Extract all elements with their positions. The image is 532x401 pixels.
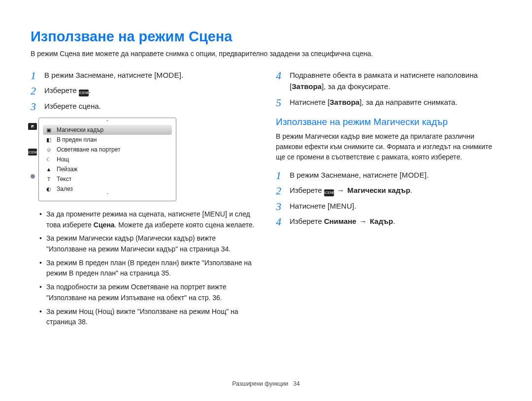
footer-section: Разширени функции: [232, 380, 288, 387]
bullet-item: За режим В преден план (В преден план) в…: [39, 258, 256, 279]
scene-menu-item-label: Пейзаж: [57, 166, 77, 173]
mode-label: [MODE]: [399, 169, 427, 181]
right-column: Подравнете обекта в рамката и натиснете …: [276, 69, 501, 331]
menu-label: [MENU]: [328, 200, 354, 212]
landscape-icon: ▲: [45, 165, 53, 173]
camera-mode-icon: ◩: [28, 123, 37, 130]
step-item: Натиснете [Затвора], за да направите сни…: [276, 96, 501, 108]
page-footer: Разширени функции 34: [0, 380, 532, 387]
scene-menu-item[interactable]: TТекст: [43, 174, 172, 184]
arrow-icon: →: [336, 186, 345, 194]
scene-menu-item-label: Осветяване на портрет: [57, 146, 121, 153]
subheading-description: В режим Магически кадър вие можете да пр…: [276, 131, 501, 162]
step-item: В режим Заснемане, натиснете [MODE].: [276, 169, 501, 181]
text-icon: T: [45, 175, 53, 183]
scene-menu-item-label: Магически кадър: [57, 126, 103, 133]
step-item: Изберете SCENE.: [31, 85, 256, 96]
scene-icon: SCENE: [324, 189, 334, 196]
arrow-icon: →: [359, 217, 368, 225]
step-item: Изберете SCENE → Магически кадър.: [276, 185, 501, 196]
beauty-icon: ☺: [45, 146, 53, 154]
mode-label: [MODE]: [154, 69, 181, 81]
scene-menu-item[interactable]: ▣Магически кадър: [43, 125, 172, 135]
right-steps-top: Подравнете обекта в рамката и натиснете …: [276, 69, 501, 108]
foreground-icon: ◧: [45, 136, 53, 144]
indicator-dot: [31, 174, 35, 179]
page-title: Използване на режим Сцена: [31, 29, 501, 45]
chevron-down-icon: ˇ: [39, 194, 176, 198]
bullet-item: За режим Магически кадър (Магически кадъ…: [39, 233, 256, 254]
scene-menu-item[interactable]: ◧В преден план: [43, 135, 172, 145]
scene-menu-item[interactable]: ☾Нощ: [43, 154, 172, 164]
bullet-item: За да промените режима на сцената, натис…: [39, 209, 256, 230]
step-item: Изберете сцена.: [31, 100, 256, 112]
right-steps-bottom: В режим Заснемане, натиснете [MODE].Избе…: [276, 169, 501, 227]
night-icon: ☾: [45, 155, 53, 163]
step-item: В режим Заснемане, натиснете [MODE].: [31, 69, 256, 81]
intro-text: В режим Сцена вие можете да направете сн…: [31, 50, 501, 58]
scene-menu-rows: ▣Магически кадър◧В преден план☺Осветяван…: [39, 125, 176, 194]
step-item: Изберете Снимане → Кадър.: [276, 216, 501, 227]
scene-icon: SCENE: [28, 149, 37, 155]
step-item: Подравнете обекта в рамката и натиснете …: [276, 69, 501, 93]
step-item: Натиснете [MENU].: [276, 200, 501, 212]
magic-frame-icon: ▣: [45, 126, 53, 134]
footer-page-number: 34: [293, 380, 299, 387]
left-steps: В режим Заснемане, натиснете [MODE].Избе…: [31, 69, 256, 112]
left-column: В режим Заснемане, натиснете [MODE].Избе…: [31, 69, 256, 331]
subheading: Използване на режим Магически кадър: [276, 117, 501, 127]
scene-menu-screenshot: ◩ SCENE ˆ ▣Магически кадър◧В преден план…: [38, 118, 176, 201]
chevron-up-icon: ˆ: [39, 121, 176, 125]
left-bullets: За да промените режима на сцената, натис…: [31, 209, 256, 328]
menu-label: [MENU]: [202, 209, 227, 220]
screenshot-side-icons: ◩ SCENE: [28, 123, 37, 179]
scene-icon: SCENE: [79, 90, 89, 96]
scene-menu-item[interactable]: ◐Залез: [43, 184, 172, 194]
scene-menu-item-label: Нощ: [57, 156, 69, 163]
scene-menu-item-label: В преден план: [57, 136, 97, 143]
content-columns: В режим Заснемане, натиснете [MODE].Избе…: [31, 69, 501, 331]
scene-menu-item[interactable]: ▲Пейзаж: [43, 164, 172, 174]
bullet-item: За режим Нощ (Нощ) вижте "Използване на …: [39, 307, 256, 328]
scene-menu-item[interactable]: ☺Осветяване на портрет: [43, 145, 172, 154]
scene-menu-item-label: Текст: [57, 176, 71, 183]
sunset-icon: ◐: [45, 185, 53, 193]
bullet-item: За подробности за режим Осветяване на по…: [39, 282, 256, 303]
manual-page: Използване на режим Сцена В режим Сцена …: [0, 0, 532, 401]
scene-menu-item-label: Залез: [57, 185, 73, 192]
